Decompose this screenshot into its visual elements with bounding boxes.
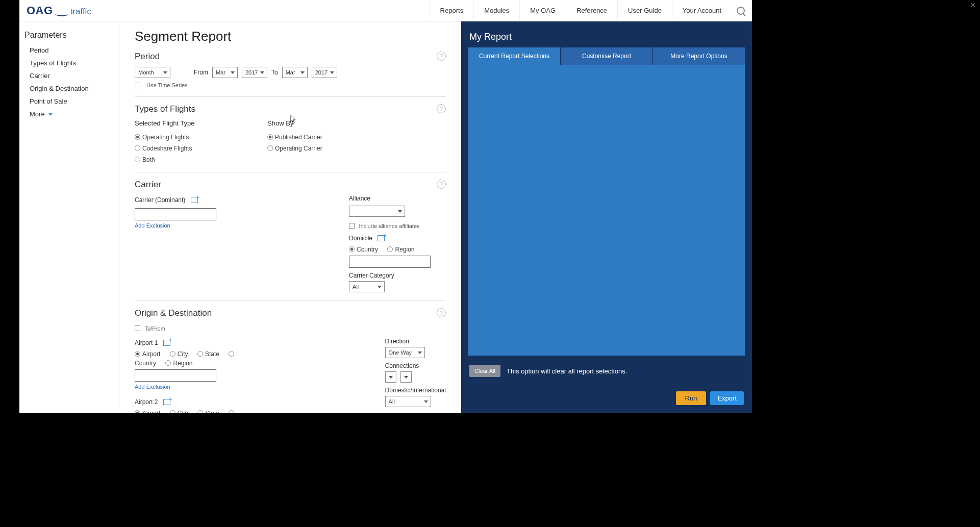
to-month-select[interactable]: Mar [282,67,308,78]
my-report-panel: My Report Current Report Selections Cust… [461,21,752,413]
search-icon[interactable] [737,7,745,15]
section-carrier: ? Carrier Carrier (Dominant) Add Exclusi… [135,180,446,301]
radio-published-carrier[interactable] [267,134,273,140]
period-heading: Period [135,52,446,62]
from-month-select[interactable]: Mar [212,67,238,78]
connections-min-select[interactable] [385,371,396,383]
radio-codeshare-flights[interactable] [135,145,140,151]
carrier-add-exclusion-link[interactable]: Add Exclusion [135,222,170,229]
period-granularity-select[interactable]: Month [135,67,170,78]
alliance-select[interactable] [349,206,405,217]
direction-label: Direction [385,338,446,345]
sidebar-item-carrier[interactable]: Carrier [24,69,114,82]
sidebar-item-pos[interactable]: Point of Sale [24,95,114,108]
from-year-select[interactable]: 2017 [242,67,267,78]
window-close-button[interactable]: ✕ [966,0,980,10]
affiliates-checkbox[interactable] [349,223,355,229]
parameters-sidebar: Parameters Period Types of Flights Carri… [19,21,119,413]
chevron-down-icon [48,113,53,116]
a2-radio-airport[interactable] [135,410,140,413]
panel-body [468,65,745,356]
brand-primary: OAG [27,4,53,17]
help-icon[interactable]: ? [437,180,446,189]
alliance-label: Alliance [349,195,431,202]
a2-radio-country[interactable] [229,410,234,413]
connections-label: Connections [385,362,446,369]
a1-radio-state[interactable] [197,351,203,357]
help-icon[interactable]: ? [437,52,446,61]
domintl-select[interactable]: All [385,396,431,407]
nav-userguide[interactable]: User Guide [617,0,672,21]
airport1-input[interactable] [135,369,216,382]
radio-both-flights[interactable] [135,157,140,162]
radio-domicile-region[interactable] [387,246,393,252]
domicile-label: Domicile [349,235,372,242]
sidebar-item-od[interactable]: Origin & Destination [24,82,114,95]
a1-radio-airport[interactable] [135,351,140,357]
help-icon[interactable]: ? [437,104,446,113]
airport1-add-exclusion-link[interactable]: Add Exclusion [135,384,170,390]
sidebar-title: Parameters [24,31,114,40]
carrier-dominant-label: Carrier (Dominant) [135,196,185,204]
nav-modules[interactable]: Modules [473,0,519,21]
domintl-label: Domestic/International [385,387,446,394]
tofrom-label: To/From [144,325,165,332]
carrier-dominant-input[interactable] [135,208,216,220]
show-by-label: Show By [267,119,369,127]
a2-radio-state[interactable] [197,410,203,413]
a1-radio-region[interactable] [165,360,171,366]
airport1-label: Airport 1 [135,339,158,346]
nav-reports[interactable]: Reports [430,0,474,21]
tab-customise-report[interactable]: Customise Report [560,47,652,65]
to-year-select[interactable]: 2017 [312,67,337,78]
airport2-label: Airport 2 [135,398,158,406]
direction-select[interactable]: One Way [385,347,425,358]
nav-reference[interactable]: Reference [566,0,617,21]
tab-current-selections[interactable]: Current Report Selections [468,47,560,65]
flight-types-heading: Types of Flights [135,104,446,114]
export-button[interactable]: Export [710,391,744,405]
connections-max-select[interactable] [400,371,412,383]
sidebar-item-period[interactable]: Period [24,44,114,57]
affiliates-label: Include alliance affiliates [359,223,419,229]
carrier-category-select[interactable]: All [349,281,385,292]
od-heading: Origin & Destination [135,308,446,318]
section-period: ? Period Month From Mar 2017 To Mar 2017 [135,52,446,97]
radio-domicile-country[interactable] [349,246,355,252]
domicile-input[interactable] [349,256,431,268]
tofrom-checkbox[interactable] [135,325,140,331]
a1-radio-country[interactable] [229,351,234,357]
section-flight-types: ? Types of Flights Selected Flight Type … [135,104,446,172]
radio-operating-flights[interactable] [135,134,140,140]
main-form: Segment Report ? Period Month From Mar 2… [119,21,461,413]
brand-logo: OAG traffic [27,4,91,17]
sidebar-item-flight-types[interactable]: Types of Flights [24,57,114,69]
add-airport1-icon[interactable] [163,340,170,346]
add-domicile-icon[interactable] [378,235,385,241]
carrier-heading: Carrier [135,180,446,190]
a2-radio-city[interactable] [170,410,175,413]
brand-secondary: traffic [70,7,91,17]
top-nav: OAG traffic Reports Modules My OAG Refer… [19,0,752,21]
brand-swoosh-icon [55,11,68,16]
nav-myoag[interactable]: My OAG [519,0,566,21]
sidebar-more[interactable]: More [24,108,114,120]
panel-title: My Report [469,32,744,42]
help-icon[interactable]: ? [437,308,446,317]
nav-account[interactable]: Your Account [672,0,732,21]
airport1-scope-radios: Airport City State Country Region [135,349,253,367]
add-airport2-icon[interactable] [163,399,170,405]
time-series-checkbox[interactable] [135,83,140,88]
tab-more-options[interactable]: More Report Options [652,47,745,65]
page-title: Segment Report [135,29,446,44]
a1-radio-city[interactable] [170,351,175,357]
radio-operating-carrier[interactable] [267,145,273,151]
airport2-scope-radios: Airport City State Country Region [135,408,253,413]
from-label: From [194,69,208,76]
to-label: To [271,69,278,76]
sidebar-more-label: More [30,110,45,118]
section-od: ? Origin & Destination To/From Airport 1 [135,308,446,413]
add-carrier-icon[interactable] [191,197,198,203]
run-button[interactable]: Run [676,391,707,405]
clear-all-button[interactable]: Clear All [469,365,500,377]
